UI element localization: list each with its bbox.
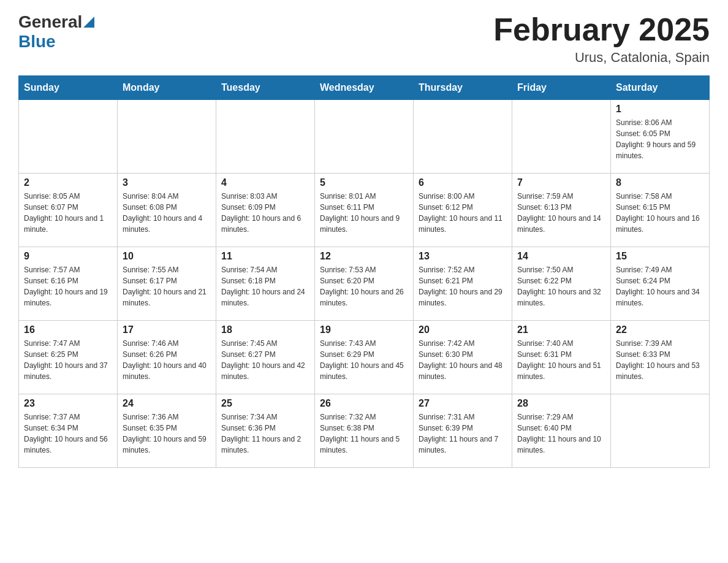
day-cell: 17Sunrise: 7:46 AM Sunset: 6:26 PM Dayli… <box>118 321 216 394</box>
day-info: Sunrise: 8:05 AM Sunset: 6:07 PM Dayligh… <box>24 191 112 235</box>
day-number: 16 <box>24 324 112 335</box>
day-cell: 22Sunrise: 7:39 AM Sunset: 6:33 PM Dayli… <box>611 321 710 394</box>
day-info: Sunrise: 7:32 AM Sunset: 6:38 PM Dayligh… <box>320 412 408 456</box>
day-cell: 1Sunrise: 8:06 AM Sunset: 6:05 PM Daylig… <box>611 100 710 174</box>
day-cell: 5Sunrise: 8:01 AM Sunset: 6:11 PM Daylig… <box>315 174 414 247</box>
day-number: 24 <box>123 398 211 409</box>
day-number: 9 <box>24 251 112 262</box>
day-cell: 20Sunrise: 7:42 AM Sunset: 6:30 PM Dayli… <box>414 321 512 394</box>
day-cell <box>512 100 611 174</box>
day-cell: 18Sunrise: 7:45 AM Sunset: 6:27 PM Dayli… <box>216 321 315 394</box>
day-number: 6 <box>419 177 507 188</box>
day-info: Sunrise: 7:39 AM Sunset: 6:33 PM Dayligh… <box>616 338 704 382</box>
day-number: 5 <box>320 177 408 188</box>
header-friday: Friday <box>512 76 611 100</box>
day-info: Sunrise: 7:52 AM Sunset: 6:21 PM Dayligh… <box>419 264 507 308</box>
day-cell: 13Sunrise: 7:52 AM Sunset: 6:21 PM Dayli… <box>414 247 512 321</box>
day-cell: 4Sunrise: 8:03 AM Sunset: 6:09 PM Daylig… <box>216 174 315 247</box>
header-thursday: Thursday <box>414 76 512 100</box>
day-info: Sunrise: 8:00 AM Sunset: 6:12 PM Dayligh… <box>419 191 507 235</box>
day-cell <box>19 100 118 174</box>
day-number: 21 <box>517 324 605 335</box>
day-cell: 7Sunrise: 7:59 AM Sunset: 6:13 PM Daylig… <box>512 174 611 247</box>
day-info: Sunrise: 7:36 AM Sunset: 6:35 PM Dayligh… <box>123 412 211 456</box>
day-number: 11 <box>221 251 309 262</box>
day-cell <box>315 100 414 174</box>
day-info: Sunrise: 7:42 AM Sunset: 6:30 PM Dayligh… <box>419 338 507 382</box>
day-cell: 27Sunrise: 7:31 AM Sunset: 6:39 PM Dayli… <box>414 394 512 468</box>
day-info: Sunrise: 7:29 AM Sunset: 6:40 PM Dayligh… <box>517 412 605 456</box>
header-tuesday: Tuesday <box>216 76 315 100</box>
day-info: Sunrise: 7:37 AM Sunset: 6:34 PM Dayligh… <box>24 412 112 456</box>
week-row-1: 1Sunrise: 8:06 AM Sunset: 6:05 PM Daylig… <box>19 100 710 174</box>
day-cell: 21Sunrise: 7:40 AM Sunset: 6:31 PM Dayli… <box>512 321 611 394</box>
day-number: 22 <box>616 324 704 335</box>
day-info: Sunrise: 7:47 AM Sunset: 6:25 PM Dayligh… <box>24 338 112 382</box>
day-cell: 3Sunrise: 8:04 AM Sunset: 6:08 PM Daylig… <box>118 174 216 247</box>
week-row-4: 16Sunrise: 7:47 AM Sunset: 6:25 PM Dayli… <box>19 321 710 394</box>
day-info: Sunrise: 7:54 AM Sunset: 6:18 PM Dayligh… <box>221 264 309 308</box>
day-info: Sunrise: 7:34 AM Sunset: 6:36 PM Dayligh… <box>221 412 309 456</box>
calendar-title: February 2025 <box>493 12 710 47</box>
day-number: 1 <box>616 104 704 115</box>
day-cell: 6Sunrise: 8:00 AM Sunset: 6:12 PM Daylig… <box>414 174 512 247</box>
calendar-table: Sunday Monday Tuesday Wednesday Thursday… <box>18 75 710 468</box>
day-cell: 8Sunrise: 7:58 AM Sunset: 6:15 PM Daylig… <box>611 174 710 247</box>
day-cell <box>414 100 512 174</box>
page-header: General Blue February 2025 Urus, Catalon… <box>18 12 710 66</box>
day-info: Sunrise: 7:46 AM Sunset: 6:26 PM Dayligh… <box>123 338 211 382</box>
day-cell: 9Sunrise: 7:57 AM Sunset: 6:16 PM Daylig… <box>19 247 118 321</box>
logo: General Blue <box>18 12 94 52</box>
day-number: 19 <box>320 324 408 335</box>
calendar-subtitle: Urus, Catalonia, Spain <box>493 50 710 66</box>
week-row-2: 2Sunrise: 8:05 AM Sunset: 6:07 PM Daylig… <box>19 174 710 247</box>
day-number: 18 <box>221 324 309 335</box>
day-info: Sunrise: 7:40 AM Sunset: 6:31 PM Dayligh… <box>517 338 605 382</box>
day-info: Sunrise: 8:06 AM Sunset: 6:05 PM Dayligh… <box>616 117 704 161</box>
day-info: Sunrise: 7:58 AM Sunset: 6:15 PM Dayligh… <box>616 191 704 235</box>
day-cell: 15Sunrise: 7:49 AM Sunset: 6:24 PM Dayli… <box>611 247 710 321</box>
header-saturday: Saturday <box>611 76 710 100</box>
day-number: 28 <box>517 398 605 409</box>
logo-general-text: General <box>18 12 82 32</box>
calendar-body: 1Sunrise: 8:06 AM Sunset: 6:05 PM Daylig… <box>19 100 710 468</box>
day-number: 13 <box>419 251 507 262</box>
day-info: Sunrise: 7:45 AM Sunset: 6:27 PM Dayligh… <box>221 338 309 382</box>
day-cell: 2Sunrise: 8:05 AM Sunset: 6:07 PM Daylig… <box>19 174 118 247</box>
day-number: 8 <box>616 177 704 188</box>
day-info: Sunrise: 8:04 AM Sunset: 6:08 PM Dayligh… <box>123 191 211 235</box>
day-info: Sunrise: 7:50 AM Sunset: 6:22 PM Dayligh… <box>517 264 605 308</box>
svg-marker-0 <box>83 17 94 28</box>
day-number: 27 <box>419 398 507 409</box>
day-cell: 19Sunrise: 7:43 AM Sunset: 6:29 PM Dayli… <box>315 321 414 394</box>
day-info: Sunrise: 8:01 AM Sunset: 6:11 PM Dayligh… <box>320 191 408 235</box>
day-number: 4 <box>221 177 309 188</box>
day-number: 17 <box>123 324 211 335</box>
day-number: 14 <box>517 251 605 262</box>
day-cell: 12Sunrise: 7:53 AM Sunset: 6:20 PM Dayli… <box>315 247 414 321</box>
day-cell <box>611 394 710 468</box>
calendar-title-block: February 2025 Urus, Catalonia, Spain <box>493 12 710 66</box>
day-number: 10 <box>123 251 211 262</box>
day-cell <box>118 100 216 174</box>
header-wednesday: Wednesday <box>315 76 414 100</box>
day-info: Sunrise: 7:53 AM Sunset: 6:20 PM Dayligh… <box>320 264 408 308</box>
day-info: Sunrise: 7:49 AM Sunset: 6:24 PM Dayligh… <box>616 264 704 308</box>
day-number: 26 <box>320 398 408 409</box>
header-monday: Monday <box>118 76 216 100</box>
day-info: Sunrise: 7:55 AM Sunset: 6:17 PM Dayligh… <box>123 264 211 308</box>
day-info: Sunrise: 7:57 AM Sunset: 6:16 PM Dayligh… <box>24 264 112 308</box>
day-number: 2 <box>24 177 112 188</box>
day-number: 25 <box>221 398 309 409</box>
day-cell: 11Sunrise: 7:54 AM Sunset: 6:18 PM Dayli… <box>216 247 315 321</box>
day-number: 15 <box>616 251 704 262</box>
day-cell: 16Sunrise: 7:47 AM Sunset: 6:25 PM Dayli… <box>19 321 118 394</box>
day-number: 7 <box>517 177 605 188</box>
day-number: 3 <box>123 177 211 188</box>
logo-blue-text: Blue <box>18 32 56 51</box>
week-row-5: 23Sunrise: 7:37 AM Sunset: 6:34 PM Dayli… <box>19 394 710 468</box>
day-info: Sunrise: 7:43 AM Sunset: 6:29 PM Dayligh… <box>320 338 408 382</box>
week-row-3: 9Sunrise: 7:57 AM Sunset: 6:16 PM Daylig… <box>19 247 710 321</box>
day-cell: 26Sunrise: 7:32 AM Sunset: 6:38 PM Dayli… <box>315 394 414 468</box>
day-number: 23 <box>24 398 112 409</box>
